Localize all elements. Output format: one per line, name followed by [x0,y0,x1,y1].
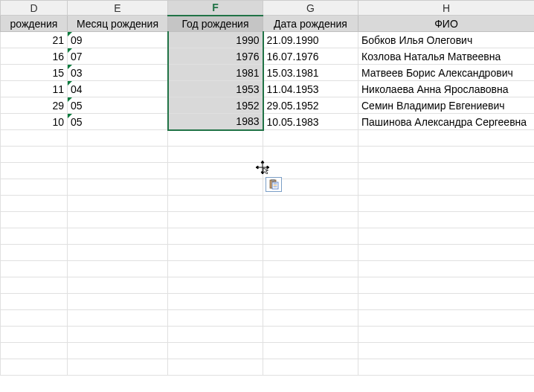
cell[interactable]: 03 [68,65,168,81]
table-row [1,130,535,147]
table-row [1,277,535,294]
column-header-G[interactable]: G [263,1,358,16]
svg-rect-8 [271,179,274,181]
cell[interactable]: 04 [68,81,168,97]
cell[interactable]: 29 [1,97,68,114]
table-row: 21 09 1990 21.09.1990 Бобков Илья Олегов… [1,32,535,48]
table-row [1,261,535,277]
cell[interactable]: 16.07.1976 [263,48,358,65]
cell[interactable]: 15.03.1981 [263,65,358,81]
paste-options-smarttag[interactable] [266,177,282,192]
table-row: 16 07 1976 16.07.1976 Козлова Наталья Ма… [1,48,535,65]
cell[interactable]: Пашинова Александра Сергеевна [358,114,535,130]
table-row: 11 04 1953 11.04.1953 Николаева Анна Яро… [1,81,535,97]
cell[interactable]: 1990 [168,32,263,48]
header-F[interactable]: Год рождения [168,16,263,32]
column-letter-row: D E F G H [1,1,535,16]
cell[interactable]: Бобков Илья Олегович [358,32,535,48]
header-G[interactable]: Дата рождения [263,16,358,32]
table-row [1,228,535,245]
cell[interactable]: 1952 [168,97,263,114]
table-row [1,310,535,327]
table-row [1,196,535,212]
cell[interactable]: 1953 [168,81,263,97]
header-H[interactable]: ФИО [358,16,535,32]
cell[interactable]: Матвеев Борис Александрович [358,65,535,81]
cell[interactable]: 10.05.1983 [263,114,358,130]
cell[interactable]: 11.04.1953 [263,81,358,97]
cell[interactable]: 16 [1,48,68,65]
table-row [1,327,535,343]
column-header-F[interactable]: F [168,1,263,16]
cell[interactable]: 09 [68,32,168,48]
header-D[interactable]: рождения [1,16,68,32]
table-row [1,343,535,359]
cell[interactable]: 21.09.1990 [263,32,358,48]
table-row: 15 03 1981 15.03.1981 Матвеев Борис Алек… [1,65,535,81]
svg-rect-9 [272,182,278,189]
column-header-E[interactable]: E [68,1,168,16]
table-row [1,147,535,163]
cell[interactable]: 1976 [168,48,263,65]
cell[interactable]: 1981 [168,65,263,81]
cell[interactable]: 1983 [168,114,263,130]
cell[interactable]: Козлова Наталья Матвеевна [358,48,535,65]
cell[interactable]: 05 [68,97,168,114]
table-header-row: рождения Месяц рождения Год рождения Дат… [1,16,535,32]
table-row: 10 05 1983 10.05.1983 Пашинова Александр… [1,114,535,130]
cell[interactable]: 11 [1,81,68,97]
table-row [1,359,535,376]
table-row [1,294,535,310]
table-row: 29 05 1952 29.05.1952 Семин Владимир Евг… [1,97,535,114]
cell[interactable]: 10 [1,114,68,130]
column-header-D[interactable]: D [1,1,68,16]
cell[interactable]: 07 [68,48,168,65]
cell[interactable]: 21 [1,32,68,48]
table-row [1,212,535,228]
cell[interactable]: 29.05.1952 [263,97,358,114]
cell[interactable]: Николаева Анна Ярославовна [358,81,535,97]
table-row [1,245,535,261]
column-header-H[interactable]: H [358,1,535,16]
cell[interactable]: 15 [1,65,68,81]
cell[interactable]: 05 [68,114,168,130]
header-E[interactable]: Месяц рождения [68,16,168,32]
cell[interactable]: Семин Владимир Евгениевич [358,97,535,114]
